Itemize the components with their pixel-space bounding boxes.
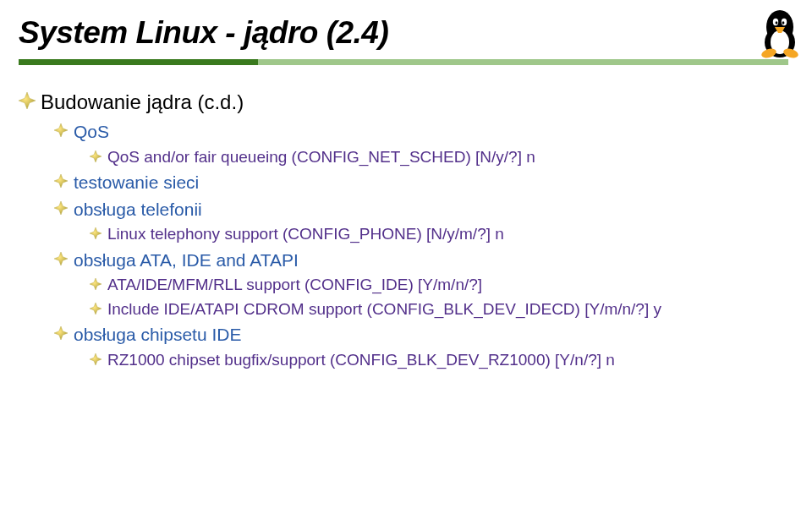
bullet-text: Include IDE/ATAPI CDROM support (CONFIG_… (107, 298, 661, 321)
bullet-text: obsługa ATA, IDE and ATAPI (74, 248, 299, 272)
star-bullet-icon (54, 174, 68, 188)
star-bullet-icon (54, 123, 68, 137)
bullet-level-3: QoS and/or fair queueing (CONFIG_NET_SCH… (90, 146, 812, 169)
bullet-level-2: obsługa chipsetu IDE (54, 322, 812, 347)
star-bullet-icon (90, 303, 102, 314)
bullet-text: ATA/IDE/MFM/RLL support (CONFIG_IDE) [Y/… (107, 274, 482, 297)
star-bullet-icon (54, 252, 68, 265)
svg-point-6 (782, 21, 785, 25)
star-bullet-icon (90, 278, 102, 290)
bullet-text: QoS and/or fair queueing (CONFIG_NET_SCH… (107, 146, 535, 169)
bullet-text: obsługa chipsetu IDE (74, 322, 241, 347)
bullet-text: Budowanie jądra (c.d.) (41, 89, 244, 116)
bullet-level-3: Linux telephony support (CONFIG_PHONE) [… (90, 223, 812, 246)
bullet-level-3: RZ1000 chipset bugfix/support (CONFIG_BL… (90, 349, 812, 372)
bullet-text: testowanie sieci (74, 170, 199, 194)
svg-point-5 (776, 21, 778, 25)
bullet-level-1: Budowanie jądra (c.d.) (19, 89, 812, 116)
tux-icon (756, 5, 804, 59)
bullet-level-3: ATA/IDE/MFM/RLL support (CONFIG_IDE) [Y/… (90, 274, 812, 297)
star-bullet-icon (19, 92, 36, 109)
bullet-level-2: obsługa ATA, IDE and ATAPI (54, 248, 812, 272)
star-bullet-icon (90, 150, 102, 162)
bullet-level-3: Include IDE/ATAPI CDROM support (CONFIG_… (90, 298, 812, 321)
star-bullet-icon (54, 201, 68, 215)
bullet-level-2: obsługa telefonii (54, 197, 812, 221)
bullet-text: obsługa telefonii (74, 197, 202, 221)
bullet-text: Linux telephony support (CONFIG_PHONE) [… (107, 223, 504, 246)
bullet-text: QoS (74, 119, 109, 144)
star-bullet-icon (90, 227, 102, 239)
star-bullet-icon (90, 353, 102, 365)
slide-title: System Linux - jądro (2.4) (19, 15, 812, 51)
star-bullet-icon (54, 326, 68, 340)
title-underline (19, 59, 788, 65)
bullet-text: RZ1000 chipset bugfix/support (CONFIG_BL… (107, 349, 615, 372)
bullet-level-2: testowanie sieci (54, 170, 812, 194)
bullet-level-2: QoS (54, 119, 812, 144)
slide-content: Budowanie jądra (c.d.) QoS QoS and/or fa… (0, 65, 812, 371)
